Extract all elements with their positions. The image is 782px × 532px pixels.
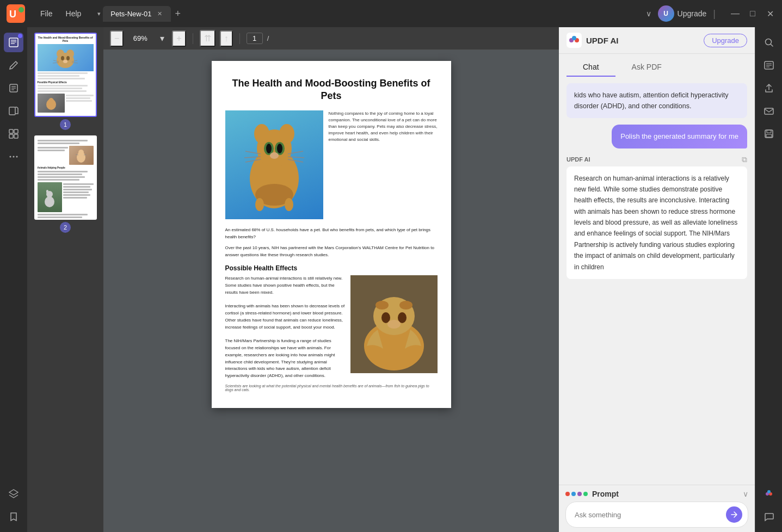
thumbnail-page-2[interactable]: Animals Helping People <box>33 135 98 233</box>
window-controls: — □ ✕ <box>730 9 775 19</box>
zoom-out-button[interactable]: − <box>110 30 124 47</box>
thumb-line <box>63 183 94 185</box>
tab-chat[interactable]: Chat <box>567 58 615 77</box>
right-icon-email[interactable] <box>759 101 779 121</box>
svg-point-80 <box>767 490 771 493</box>
thumb-line <box>38 171 88 172</box>
thumb-line <box>38 90 87 92</box>
right-icon-save[interactable] <box>759 124 779 144</box>
nav-up-button[interactable]: ↑ <box>220 30 233 47</box>
zoom-dropdown-button[interactable]: ▾ <box>157 31 168 46</box>
thumbnail-image-1: The Health and Mood-Boosting Benefits of… <box>34 33 97 117</box>
pdf-body-para1: Research on human-animal interactions is… <box>225 275 345 296</box>
prompt-chevron[interactable]: ∨ <box>743 490 748 498</box>
right-icon-ocr[interactable] <box>759 55 779 75</box>
ai-upgrade-button[interactable]: Upgrade <box>704 34 747 47</box>
pdf-body-para2: Interacting with animals has been shown … <box>225 303 345 331</box>
tab-ask-pdf[interactable]: Ask PDF <box>615 58 678 77</box>
top-right-controls: ∨ U Upgrade | — □ ✕ <box>646 5 775 22</box>
svg-point-40 <box>254 124 269 144</box>
sidebar-icon-bookmark[interactable] <box>4 507 23 527</box>
thumb-line <box>66 100 92 102</box>
svg-point-60 <box>399 301 412 310</box>
tab-dropdown-arrow[interactable]: ▾ <box>97 10 101 17</box>
zoom-level-display: 69% <box>128 34 152 42</box>
svg-rect-74 <box>765 108 773 114</box>
nav-top-button[interactable]: ⇈ <box>200 30 215 47</box>
upgrade-area[interactable]: U Upgrade <box>658 5 707 22</box>
svg-text:U: U <box>9 9 16 20</box>
svg-point-61 <box>381 312 390 323</box>
upgrade-label[interactable]: Upgrade <box>678 9 707 18</box>
pdf-body-para3: The NIH/Mars Partnership is funding a ra… <box>225 338 345 380</box>
pdf-stats-text: An estimated 68% of U.S. households have… <box>225 227 438 241</box>
thumb-line <box>38 147 68 149</box>
page-separator: / <box>267 34 269 42</box>
svg-point-44 <box>266 144 272 153</box>
ai-message-brand: UPDF AI <box>567 156 590 163</box>
ai-message-label-row: UPDF AI ⧉ <box>567 155 747 164</box>
sidebar-icon-reader[interactable] <box>4 33 23 52</box>
pdf-section-possible-effects: Possible Health Effects <box>225 264 438 272</box>
page-number-input[interactable] <box>247 33 263 44</box>
sidebar-icon-more[interactable] <box>4 147 23 166</box>
right-icon-search[interactable] <box>759 33 779 52</box>
svg-point-41 <box>279 124 294 144</box>
svg-point-54 <box>255 198 264 211</box>
svg-point-55 <box>285 198 293 211</box>
thumbnail-panel: The Health and Mood-Boosting Benefits of… <box>27 27 103 532</box>
right-icon-share[interactable] <box>759 78 779 98</box>
sidebar-icon-layers[interactable] <box>4 484 23 504</box>
thumb-line <box>38 216 82 218</box>
thumb-image-block-1 <box>38 44 94 71</box>
page-number-badge-1: 1 <box>60 119 71 130</box>
sidebar-icon-annotate[interactable] <box>4 78 23 98</box>
ai-header: UPDF AI Upgrade <box>559 27 755 54</box>
pdf-toolbar: − 69% ▾ + ⇈ ↑ / <box>103 27 559 50</box>
maximize-button[interactable]: □ <box>747 9 758 19</box>
menu-help[interactable]: Help <box>60 7 87 20</box>
thumb-line <box>63 191 89 193</box>
thumb-line <box>38 143 79 144</box>
thumb-line <box>66 97 91 99</box>
svg-point-63 <box>387 320 401 329</box>
pdf-two-column: Research on human-animal interactions is… <box>225 275 438 380</box>
ai-messages[interactable]: kids who have autism, attention deficit … <box>559 77 755 485</box>
svg-point-68 <box>765 39 771 45</box>
sidebar-icon-edit[interactable] <box>4 55 23 75</box>
pdf-viewer[interactable]: The Health and Mood-Boosting Benefits of… <box>103 50 559 532</box>
thumb-line <box>38 140 88 141</box>
svg-rect-3 <box>9 38 18 47</box>
close-button[interactable]: ✕ <box>765 9 775 19</box>
right-icon-ai[interactable] <box>759 484 779 504</box>
thumb-line <box>38 214 88 215</box>
ai-copy-button[interactable]: ⧉ <box>742 155 747 164</box>
menu-file[interactable]: File <box>35 7 58 20</box>
minimize-button[interactable]: — <box>730 9 741 19</box>
tab-label: Pets-New-01 <box>110 10 151 18</box>
pdf-tab[interactable]: Pets-New-01 ✕ <box>103 6 170 22</box>
svg-point-46 <box>270 152 279 159</box>
svg-point-45 <box>277 144 282 153</box>
thumbnail-page-1[interactable]: The Health and Mood-Boosting Benefits of… <box>33 33 98 130</box>
more-dropdown[interactable]: ∨ <box>646 9 651 18</box>
ai-message-user: Polish the generated summary for me <box>612 125 747 149</box>
svg-point-24 <box>63 60 67 63</box>
pdf-caption: Scientists are looking at what the poten… <box>225 384 438 392</box>
thumb-line <box>38 75 79 77</box>
new-tab-button[interactable]: + <box>171 8 186 20</box>
prompt-input-row[interactable] <box>565 502 748 528</box>
sidebar-icon-organize[interactable] <box>4 124 23 144</box>
zoom-in-button[interactable]: + <box>172 30 186 47</box>
thumb-line <box>38 88 82 89</box>
svg-point-23 <box>66 56 70 60</box>
right-icon-chat[interactable] <box>759 507 779 527</box>
sidebar-icon-convert[interactable] <box>4 101 23 121</box>
top-bar: U File Help ▾ Pets-New-01 ✕ + ∨ U Upgrad… <box>0 0 782 27</box>
prompt-send-button[interactable] <box>726 506 742 523</box>
prompt-input[interactable] <box>575 511 722 519</box>
tab-bar: ▾ Pets-New-01 ✕ + <box>97 6 640 22</box>
svg-point-22 <box>61 56 64 60</box>
tab-close-button[interactable]: ✕ <box>156 9 163 18</box>
svg-rect-77 <box>766 134 772 137</box>
